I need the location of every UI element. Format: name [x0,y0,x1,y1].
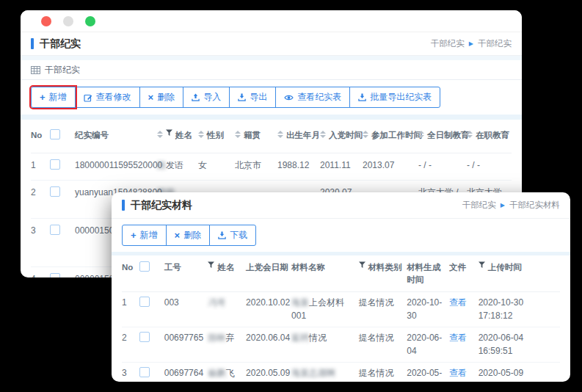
cell-meeting-date: 2020.05.09 [246,367,291,380]
batch-export-sheet-button[interactable]: 批量导出纪实表 [349,87,440,108]
column-header-no[interactable]: No [122,261,139,274]
edit-icon [84,93,92,102]
delete-button[interactable]: × 删除 [166,225,211,246]
view-link[interactable]: 查看 [449,297,467,308]
view-link[interactable]: 查看 [449,333,467,343]
column-header-material-name[interactable]: 材料名称 [291,261,358,274]
table-row[interactable]: 1 180000011595520000 陈发语 女 北京市 1988.12 2… [31,153,512,180]
sort-icon[interactable] [157,131,163,138]
column-header-onjob-edu[interactable]: 在职教育 [467,129,508,142]
checkbox-cell [139,367,164,381]
screenshot-stage: 干部纪实 干部纪实 ▶ 干部纪实 干部纪实 + 新增 [0,0,582,392]
breadcrumb-current: 干部纪实 [478,38,512,49]
cell-name: 冯哥 [208,297,246,309]
sort-icon[interactable] [418,131,424,138]
sort-icon[interactable] [235,131,241,138]
back-page-header: 干部纪实 干部纪实 ▶ 干部纪实 [21,32,522,56]
header-checkbox-cell [139,261,164,275]
delete-button[interactable]: × 删除 [139,87,184,108]
back-table-header: No 纪实编号 姓名 性别 籍贯 出生年月 [31,120,512,153]
breadcrumb: 干部纪实 ▶ 干部纪实 [431,38,512,49]
column-header-material-category[interactable]: 材料类别 [359,261,407,274]
row-checkbox[interactable] [50,273,60,277]
window-titlebar [21,10,522,32]
cell-meeting-date: 2020.06.04 [246,332,291,344]
column-header-gender[interactable]: 性别 [198,129,235,142]
column-header-party-date[interactable]: 入党时间 [320,129,363,142]
view-edit-button[interactable]: 查看修改 [75,87,140,108]
column-header-fulltime-edu[interactable]: 全日制教育 [418,129,467,142]
back-card-head: 干部纪实 [21,60,522,80]
back-card-title: 干部纪实 [45,64,80,76]
sort-icon[interactable] [363,131,368,138]
column-header-name[interactable]: 姓名 [157,129,198,142]
cell-meeting-date: 2020.10.02 [246,297,291,309]
sort-icon[interactable] [198,131,204,138]
cell-emp-no: 00697765 [164,332,208,344]
checkbox-cell [50,273,75,277]
sort-icon[interactable] [467,131,473,138]
close-window-button[interactable] [41,16,51,26]
breadcrumb-parent[interactable]: 干部纪实 [462,200,496,211]
table-row[interactable]: 2 00697765 陈映弃 2020.06.04 返聘情况 提名情况 2020… [122,327,560,363]
column-header-work-date[interactable]: 参加工作时间 [363,129,418,142]
filter-icon[interactable] [208,261,214,269]
filter-icon[interactable] [359,261,365,269]
table-row[interactable]: 1 003 冯哥 2020.10.02 海泉上会材料001 提名情况 2020-… [122,292,560,327]
maximize-window-button[interactable] [85,16,95,26]
title-accent-bar [122,200,125,211]
front-table: No 工号 姓名 上党会日期 材料名称 材料类别 材料生成时间 文件 上传时间 [112,255,570,382]
column-header-created-time[interactable]: 材料生成时间 [407,261,449,286]
cell-gender: 女 [198,159,235,172]
view-link[interactable]: 查看 [449,368,467,378]
column-header-upload-time[interactable]: 上传时间 [479,261,560,274]
plus-icon: + [131,232,137,239]
import-button[interactable]: 导入 [183,87,230,108]
select-all-checkbox[interactable] [50,129,60,139]
cell-material-category: 提名情况 [359,297,407,309]
export-button[interactable]: 导出 [229,87,276,108]
column-header-meeting-date[interactable]: 上党会日期 [246,261,291,274]
cell-material-name: 返聘情况 [291,332,358,344]
row-checkbox[interactable] [50,159,60,170]
divider-strip [21,115,522,120]
filter-icon[interactable] [479,261,485,269]
sort-icon[interactable] [277,131,283,138]
sort-icon[interactable] [320,131,326,138]
cell-no: 1 [31,159,50,172]
cell-material-name: 海泉上会材料001 [291,297,358,322]
eye-icon [284,94,294,101]
column-header-origin[interactable]: 籍贯 [235,129,277,142]
breadcrumb-current: 干部纪实材料 [509,200,560,211]
breadcrumb: 干部纪实 ▶ 干部纪实材料 [462,200,560,211]
back-page-title: 干部纪实 [40,37,81,51]
filter-icon[interactable] [166,129,172,137]
cell-record-id: 180000011595520000 [75,159,157,172]
column-header-file[interactable]: 文件 [449,261,479,274]
row-checkbox[interactable] [139,297,150,307]
column-header-birth[interactable]: 出生年月 [277,129,320,142]
row-checkbox[interactable] [139,367,150,377]
breadcrumb-parent[interactable]: 干部纪实 [431,38,465,49]
cell-file: 查看 [449,297,479,309]
download-button[interactable]: 下载 [209,225,256,246]
select-all-checkbox[interactable] [139,261,150,272]
table-row[interactable]: 3 00697764 杨鹏飞 2020.05.09 海泉志愿啊333333333… [122,363,560,382]
row-checkbox[interactable] [139,332,150,342]
front-page-title: 干部纪实材料 [131,199,192,212]
column-header-name[interactable]: 姓名 [208,261,246,274]
column-header-record-id[interactable]: 纪实编号 [75,129,157,142]
cell-no: 1 [122,297,139,309]
cell-no: 3 [122,367,139,380]
download-icon [358,93,366,101]
minimize-window-button[interactable] [63,16,73,26]
cell-party-date: 2011.11 [320,159,363,172]
add-button[interactable]: + 新增 [31,87,76,108]
cell-no: 2 [122,332,139,344]
view-record-sheet-button[interactable]: 查看纪实表 [275,87,350,108]
add-button[interactable]: + 新增 [122,225,167,246]
row-checkbox[interactable] [50,225,60,235]
row-checkbox[interactable] [50,186,60,197]
column-header-no[interactable]: No [31,129,50,142]
column-header-emp-no[interactable]: 工号 [164,261,208,274]
